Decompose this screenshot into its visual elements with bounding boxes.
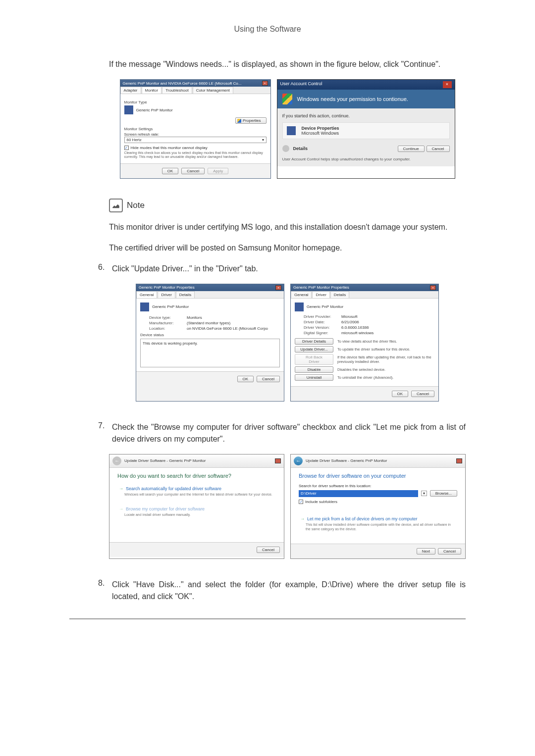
option-desc: This list will show installed driver sof… [306,522,456,531]
note-label: Note [127,201,145,210]
cancel-button[interactable]: Cancel [257,547,280,553]
field-value: microsoft windows [341,331,374,335]
figure-3: ← Update Driver Software - Generic PnP M… [109,454,466,559]
close-icon[interactable]: × [443,81,452,88]
field-value: on NVIDIA GeForce 6600 LE (Microsoft Cor… [187,326,268,331]
include-subfolders-label: Include subfolders [305,500,337,504]
ok-button[interactable]: OK [392,391,409,397]
close-icon[interactable]: × [275,285,281,290]
tab-troubleshoot[interactable]: Troubleshoot [162,87,192,94]
tab-details[interactable]: Details [176,291,195,298]
properties-button[interactable]: Properties [235,117,266,124]
monitor-type-value: Generic PnP Monitor [136,108,173,112]
figure-1: Generic PnP Monitor and NVIDIA GeForce 6… [109,79,466,179]
window-update-wizard-browse: ← Update Driver Software - Generic PnP M… [290,454,466,559]
update-driver-button[interactable]: Update Driver... [295,346,333,353]
button-desc: Disables the selected device. [337,367,434,372]
refresh-rate-dropdown[interactable]: 60 Hertz ▾ [124,137,267,143]
uac-title: User Account Control [280,81,322,88]
next-button[interactable]: Next [417,548,435,554]
back-icon: ← [112,456,121,465]
ok-button[interactable]: OK [162,168,179,174]
refresh-rate-label: Screen refresh rate: [124,132,267,137]
monitor-icon [295,302,304,311]
arrow-icon: → [300,516,305,521]
page-title: Using the Software [69,25,466,34]
step-text: Click "Update Driver..." in the "Driver"… [112,263,466,275]
option-search-auto[interactable]: →Search automatically for updated driver… [117,484,276,499]
device-name: Generic PnP Monitor [152,304,189,309]
option-label: Browse my computer for driver software [126,506,205,511]
cancel-button[interactable]: Cancel [411,391,434,397]
divider [69,618,466,619]
option-label: Search automatically for updated driver … [126,486,221,491]
details-toggle[interactable]: Details [293,146,308,151]
button-desc: To uninstall the driver (Advanced). [337,375,434,380]
cancel-button[interactable]: Cancel [181,168,205,174]
field-label: Device type: [149,315,184,320]
close-icon[interactable]: × [430,285,436,290]
disable-button[interactable]: Disable [295,366,333,373]
uac-program-publisher: Microsoft Windows [302,131,339,136]
driver-details-button[interactable]: Driver Details [295,338,333,345]
tab-driver[interactable]: Driver [158,291,175,298]
arrow-icon: → [119,486,123,491]
step-number: 8. [98,579,105,603]
hide-modes-checkbox[interactable]: ✓ [124,146,129,150]
window-monitor-properties: Generic PnP Monitor and NVIDIA GeForce 6… [120,79,271,179]
intro-text: If the message "Windows needs..." is dis… [109,58,466,70]
rollback-driver-button: Roll Back Driver [295,354,333,365]
uac-footer-text: User Account Control helps stop unauthor… [282,154,450,161]
option-pick-from-list[interactable]: →Let me pick from a list of device drive… [299,514,457,534]
field-value: Monitors [187,315,202,320]
tab-bar: Adapter Monitor Troubleshoot Color Manag… [120,87,270,94]
chevron-down-icon[interactable]: ▾ [421,491,427,496]
option-desc: Windows will search your computer and th… [124,492,274,497]
window-title: Generic PnP Monitor Properties [293,285,349,290]
field-label: Manufacturer: [149,321,184,325]
tab-general[interactable]: General [136,291,157,298]
tab-monitor[interactable]: Monitor [142,87,162,94]
tab-adapter[interactable]: Adapter [120,87,141,94]
tab-color-management[interactable]: Color Management [193,87,233,94]
field-value: 6/21/2006 [341,320,359,324]
field-label: Digital Signer: [304,331,338,335]
uac-program-name: Device Properties [302,126,339,131]
hide-modes-label: Hide modes that this monitor cannot disp… [131,146,208,150]
close-icon[interactable] [275,458,281,463]
option-browse-computer[interactable]: →Browse my computer for driver software … [117,504,276,519]
apply-button[interactable]: Apply [208,168,228,174]
include-subfolders-checkbox[interactable]: ✓ [299,500,303,504]
chevron-down-icon[interactable] [282,145,289,152]
note-line-2: The certified driver will be posted on S… [109,242,466,254]
breadcrumb: Update Driver Software - Generic PnP Mon… [306,458,387,463]
option-desc: Locate and install driver software manua… [124,512,274,517]
uac-body-intro: If you started this action, continue. [282,113,450,118]
wizard-heading: Browse for driver software on your compu… [299,473,457,479]
step-text: Check the "Browse my computer for driver… [112,421,466,445]
tab-driver[interactable]: Driver [312,291,329,298]
uninstall-button[interactable]: Uninstall [295,374,333,381]
field-label: Driver Version: [304,325,338,330]
ok-button[interactable]: OK [237,376,254,382]
monitor-icon [140,302,149,311]
cancel-button[interactable]: Cancel [257,376,280,382]
search-location-label: Search for driver software in this locat… [299,484,457,488]
step-number: 6. [98,263,105,275]
note-line-1: This monitor driver is under certifying … [109,221,466,233]
refresh-rate-value: 60 Hertz [127,138,142,142]
shield-icon [282,94,292,104]
device-status-label: Device status [140,333,280,337]
cancel-button[interactable]: Cancel [438,548,461,554]
continue-button[interactable]: Continue [398,146,425,152]
close-icon[interactable] [456,458,462,463]
close-icon[interactable]: × [262,81,268,86]
field-label: Location: [149,326,184,331]
path-input[interactable]: D:\Driver [299,490,418,497]
tab-general[interactable]: General [291,291,312,298]
cancel-button[interactable]: Cancel [427,146,450,152]
breadcrumb: Update Driver Software - Generic PnP Mon… [124,458,206,463]
tab-details[interactable]: Details [330,291,349,298]
back-icon[interactable]: ← [294,456,303,465]
browse-button[interactable]: Browse... [430,490,457,497]
